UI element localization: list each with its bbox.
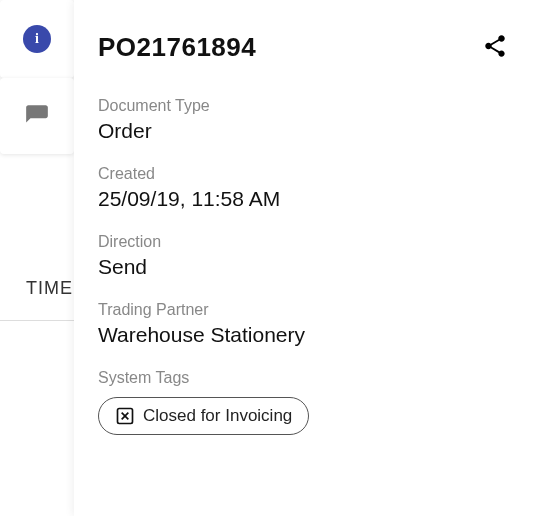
comment-button[interactable] <box>0 78 74 154</box>
panel-header: PO21761894 <box>98 32 508 63</box>
label-trading-partner: Trading Partner <box>98 301 508 319</box>
info-icon: i <box>23 25 51 53</box>
invoice-closed-icon <box>115 406 135 426</box>
sidebar-divider <box>0 320 74 321</box>
value-created: 25/09/19, 11:58 AM <box>98 187 508 211</box>
comment-icon <box>24 103 50 129</box>
share-icon <box>482 33 508 59</box>
label-created: Created <box>98 165 508 183</box>
field-trading-partner: Trading Partner Warehouse Stationery <box>98 301 508 347</box>
label-document-type: Document Type <box>98 97 508 115</box>
label-direction: Direction <box>98 233 508 251</box>
tag-closed-for-invoicing[interactable]: Closed for Invoicing <box>98 397 309 435</box>
share-button[interactable] <box>482 33 508 63</box>
info-button[interactable]: i <box>0 0 74 78</box>
field-document-type: Document Type Order <box>98 97 508 143</box>
value-direction: Send <box>98 255 508 279</box>
label-system-tags: System Tags <box>98 369 508 387</box>
tag-label: Closed for Invoicing <box>143 406 292 426</box>
document-number: PO21761894 <box>98 32 256 63</box>
value-document-type: Order <box>98 119 508 143</box>
field-direction: Direction Send <box>98 233 508 279</box>
value-trading-partner: Warehouse Stationery <box>98 323 508 347</box>
field-system-tags: System Tags Closed for Invoicing <box>98 369 508 435</box>
detail-panel: PO21761894 Document Type Order Created 2… <box>74 0 534 516</box>
field-created: Created 25/09/19, 11:58 AM <box>98 165 508 211</box>
